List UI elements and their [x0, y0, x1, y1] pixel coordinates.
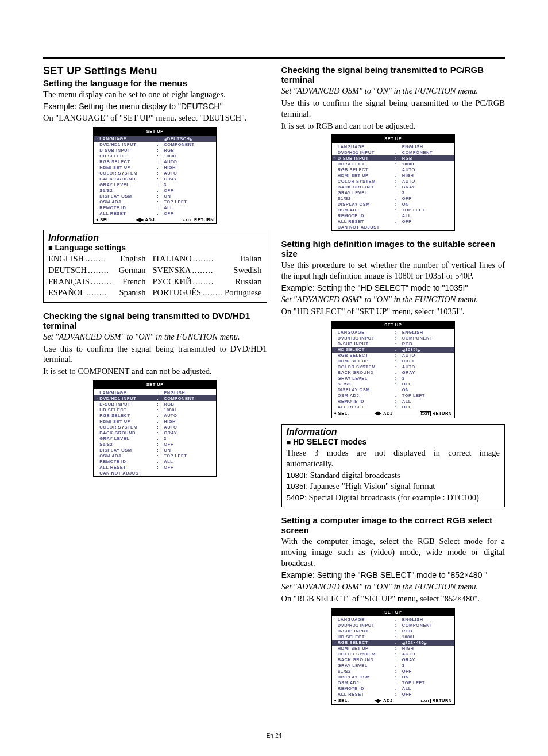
osd-label: RGB SELECT: [338, 167, 395, 172]
osd-value: ENGLISH: [402, 330, 454, 335]
osd-sep: :: [157, 425, 164, 430]
osd-value: 3: [164, 182, 216, 187]
osd-label: HDMI SET UP: [338, 358, 395, 364]
osd-row: ALL RESET:OFF: [332, 218, 454, 224]
columns: SET UP Settings Menu Setting the languag…: [43, 65, 505, 708]
osd-sep: :: [157, 165, 164, 170]
osd-label: GRAY LEVEL: [338, 376, 395, 381]
left-column: SET UP Settings Menu Setting the languag…: [43, 65, 267, 708]
osd-row: DISPLAY OSM:ON: [94, 447, 216, 453]
osd-value: RGB: [164, 402, 216, 407]
osd-row: GRAY LEVEL:3: [94, 182, 216, 188]
osd-footer: ♦ SEL.◀▶ ADJ.EXIT RETURN: [332, 697, 454, 704]
osd-row: ALL RESET:OFF: [332, 692, 454, 697]
osd-value: GRAY: [164, 176, 216, 182]
osd-label: REMOTE ID: [338, 213, 395, 218]
osd-sep: :: [395, 692, 402, 697]
osd-note: CAN NOT ADJUST: [94, 470, 216, 476]
arrow-right-icon: [332, 144, 338, 149]
osd-row: →D-SUB INPUT:RGB: [332, 155, 454, 161]
osd-sep: :: [395, 628, 402, 634]
arrow-right-icon: [332, 341, 338, 346]
osd-label: DVD/HD1 INPUT: [338, 150, 395, 155]
arrow-right-icon: [332, 381, 338, 387]
osd-sep: :: [395, 680, 402, 685]
osd-label: ALL RESET: [338, 404, 395, 410]
arrow-right-icon: [332, 196, 338, 201]
main-title: SET UP Settings Menu: [43, 65, 267, 77]
osd-label: RGB SELECT: [338, 640, 395, 645]
lang-native: ENGLISH: [48, 253, 84, 265]
osd-value: 1080I: [402, 161, 454, 167]
arrow-right-icon: [94, 182, 99, 187]
osd-value: ALL: [164, 205, 216, 210]
r-sec3-p2: Example: Setting the "RGB SELECT" mode t…: [281, 570, 505, 580]
osd-1: SET UP→LANGUAGE:◀DEUTSCH▶DVD/HD1 INPUT:C…: [93, 127, 217, 225]
osd-sep: :: [157, 430, 164, 435]
arrow-right-icon: [332, 364, 338, 369]
osd-row: RGB SELECT:AUTO: [332, 353, 454, 358]
osd-value: ALL: [402, 686, 454, 691]
osd-label: BACK GROUND: [99, 430, 157, 435]
dots: ........: [84, 253, 120, 265]
arrow-right-icon: [332, 184, 338, 190]
lang-native: PORTUGUÊS: [153, 287, 202, 299]
osd-value: ON: [402, 674, 454, 680]
osd-value: ALL: [402, 399, 454, 404]
osd-value: HIGH: [402, 358, 454, 364]
dots: ........: [201, 287, 225, 299]
osd-sep: :: [395, 167, 402, 172]
sel-icon: ♦ SEL.: [334, 698, 349, 704]
osd-sep: :: [157, 390, 164, 395]
osd-label: RGB SELECT: [99, 413, 157, 418]
osd-label: D-SUB INPUT: [99, 402, 157, 407]
exit-return: EXIT RETURN: [182, 217, 214, 223]
arrow-right-icon: →: [332, 156, 338, 161]
osd-row: DISPLAY OSM:ON: [94, 194, 216, 199]
osd-row: DVD/HD1 INPUT:COMPONENT: [332, 335, 454, 341]
info2-header: Information: [287, 427, 500, 437]
osd-title: SET UP: [93, 127, 217, 136]
osd-value: GRAY: [402, 370, 454, 375]
osd-sep: :: [157, 136, 164, 141]
arrow-right-icon: [332, 646, 338, 651]
arrow-right-icon: [332, 617, 338, 622]
arrow-right-icon: [332, 399, 338, 404]
osd-sep: :: [157, 148, 164, 153]
osd-row: HDMI SET UP:HIGH: [332, 172, 454, 178]
r-sec1-p3: It is set to RGB and can not be adjusted…: [281, 121, 505, 132]
osd-sep: :: [395, 144, 402, 149]
r-sec2-p3: Set "ADVANCED OSM" to "ON" in the FUNCTI…: [281, 294, 505, 305]
osd-row: HD SELECT:1080I: [94, 407, 216, 412]
osd-sep: :: [157, 194, 164, 199]
osd-value: AUTO: [402, 167, 454, 172]
osd-footer: ♦ SEL.◀▶ ADJ.EXIT RETURN: [332, 410, 454, 417]
osd-label: HD SELECT: [338, 634, 395, 639]
lang-name: Spanish: [119, 287, 146, 299]
osd-value: 3: [164, 436, 216, 441]
osd-sep: :: [395, 663, 402, 668]
osd-row: DISPLAY OSM:ON: [332, 201, 454, 207]
arrow-right-icon: [332, 674, 338, 680]
sec1-p1: The menu display can be set to one of ei…: [43, 89, 267, 100]
osd-body: LANGUAGE:ENGLISHDVD/HD1 INPUT:COMPONENT→…: [331, 143, 455, 231]
osd-row: REMOTE ID:ALL: [94, 205, 216, 211]
osd-sep: :: [157, 199, 164, 205]
osd-sep: :: [157, 436, 164, 441]
arrow-right-icon: [94, 148, 99, 153]
osd-sep: :: [395, 207, 402, 213]
osd-row: OSM ADJ.:TOP LEFT: [332, 680, 454, 686]
arrow-right-icon: [332, 161, 338, 167]
info2-body: These 3 modes are not displayed in corre…: [287, 448, 500, 504]
osd-sep: :: [395, 404, 402, 410]
osd-value: GRAY: [402, 184, 454, 190]
osd-sep: :: [395, 393, 402, 398]
osd-row: →RGB SELECT:◀852×480▶: [332, 640, 454, 646]
osd-value: 3: [402, 190, 454, 195]
osd-sep: :: [395, 381, 402, 387]
osd-row: DISPLAY OSM:ON: [332, 674, 454, 680]
osd-sep: :: [157, 402, 164, 407]
osd-label: HD SELECT: [338, 161, 395, 167]
arrow-right-icon: [332, 404, 338, 410]
sec2-p1: Set "ADVANCED OSM" to "ON" in the FUNCTI…: [43, 331, 267, 342]
